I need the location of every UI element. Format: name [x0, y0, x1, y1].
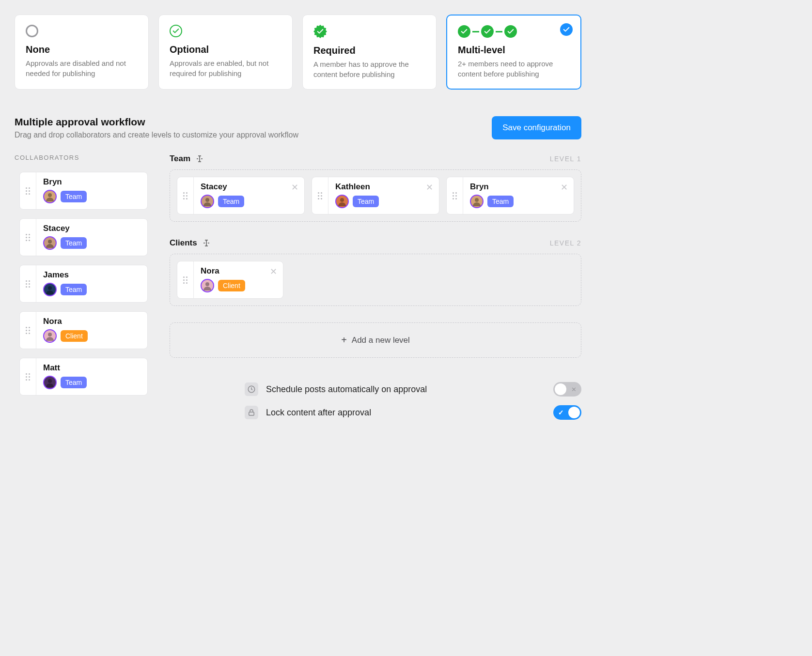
option-none[interactable]: None Approvals are disabled and not need… — [15, 15, 149, 90]
avatar — [201, 195, 214, 208]
remove-icon[interactable]: ✕ — [270, 266, 277, 277]
svg-point-3 — [48, 333, 52, 336]
person-name: James — [43, 270, 141, 280]
plus-icon: + — [341, 335, 347, 346]
drag-handle-icon[interactable] — [20, 219, 36, 256]
level-dropzone[interactable]: Stacey Team ✕ Kathleen Team ✕ — [170, 169, 581, 222]
avatar — [335, 195, 349, 208]
role-tag: Team — [61, 284, 87, 295]
remove-icon[interactable]: ✕ — [291, 182, 298, 193]
role-tag: Team — [61, 377, 87, 388]
rename-icon[interactable] — [195, 154, 204, 163]
avatar — [43, 376, 57, 389]
role-tag: Client — [218, 280, 245, 291]
drag-handle-icon[interactable] — [177, 261, 194, 298]
circle-outline-icon — [26, 25, 38, 37]
check-filled-icon — [458, 25, 470, 38]
toggle-schedule[interactable] — [553, 382, 581, 397]
toggle-lock-row: Lock content after approval — [170, 405, 581, 420]
collaborator-card[interactable]: James Team — [19, 265, 148, 303]
remove-icon[interactable]: ✕ — [426, 182, 433, 193]
role-tag: Team — [61, 191, 87, 202]
role-tag: Client — [61, 330, 88, 342]
drag-handle-icon[interactable] — [312, 177, 328, 214]
person-name: Nora — [43, 317, 141, 326]
workflow-title: Multiple approval workflow — [15, 116, 298, 128]
level-member-card[interactable]: Stacey Team ✕ — [177, 177, 305, 214]
avatar — [43, 283, 57, 296]
rename-icon[interactable] — [202, 239, 211, 247]
drag-handle-icon[interactable] — [20, 172, 36, 209]
level-name: Clients — [170, 238, 197, 248]
collaborator-card[interactable]: Matt Team — [19, 358, 148, 396]
level-header: Team LEVEL 1 — [170, 154, 581, 164]
role-tag: Team — [487, 196, 514, 207]
svg-point-8 — [205, 282, 209, 286]
level-member-card[interactable]: Kathleen Team ✕ — [312, 177, 439, 214]
role-tag: Team — [61, 237, 87, 249]
level-member-card[interactable]: Bryn Team ✕ — [446, 177, 574, 214]
remove-icon[interactable]: ✕ — [561, 182, 568, 193]
level-member-card[interactable]: Nora Client ✕ — [177, 261, 283, 299]
svg-point-1 — [48, 240, 52, 244]
check-filled-icon — [481, 25, 494, 38]
svg-point-4 — [48, 379, 52, 383]
person-name: Nora — [201, 266, 276, 276]
add-level-button[interactable]: + Add a new level — [170, 322, 581, 358]
option-multi-level[interactable]: Multi-level 2+ members need to approve c… — [446, 15, 581, 90]
approval-options: None Approvals are disabled and not need… — [15, 15, 581, 90]
connector-line — [496, 31, 502, 32]
role-tag: Team — [353, 196, 379, 207]
check-burst-icon — [313, 25, 327, 38]
drag-handle-icon[interactable] — [20, 265, 36, 302]
collaborator-card[interactable]: Stacey Team — [19, 218, 148, 256]
person-name: Bryn — [470, 182, 567, 192]
avatar — [43, 190, 57, 203]
person-name: Stacey — [201, 182, 297, 192]
avatar — [470, 195, 484, 208]
option-title: Multi-level — [458, 45, 570, 56]
avatar — [201, 279, 214, 292]
option-optional[interactable]: Optional Approvals are enabled, but not … — [158, 15, 293, 90]
collaborator-card[interactable]: Bryn Team — [19, 172, 148, 210]
check-outline-icon — [170, 25, 182, 37]
collaborators-column: COLLABORATORS Bryn Team Stacey Team — [15, 154, 148, 428]
level-label: LEVEL 1 — [550, 155, 581, 163]
add-level-label: Add a new level — [352, 336, 410, 345]
level-header: Clients LEVEL 2 — [170, 238, 581, 248]
drag-handle-icon[interactable] — [20, 312, 36, 349]
option-desc: A member has to approve the content befo… — [313, 59, 425, 79]
toggle-lock[interactable] — [553, 405, 581, 420]
person-name: Matt — [43, 363, 141, 373]
connector-line — [472, 31, 479, 32]
collaborators-heading: COLLABORATORS — [15, 154, 148, 161]
check-filled-icon — [504, 25, 517, 38]
level-label: LEVEL 2 — [550, 239, 581, 247]
selected-check-icon — [560, 23, 573, 36]
lock-icon — [245, 406, 258, 419]
option-desc: Approvals are disabled and not needed fo… — [26, 58, 138, 78]
drag-handle-icon[interactable] — [447, 177, 463, 214]
option-title: None — [26, 44, 138, 55]
level-name: Team — [170, 154, 190, 164]
toggle-label: Lock content after approval — [266, 408, 546, 418]
option-required[interactable]: Required A member has to approve the con… — [302, 15, 437, 90]
collaborator-card[interactable]: Nora Client — [19, 311, 148, 349]
svg-point-7 — [475, 198, 479, 202]
clock-icon — [245, 382, 258, 396]
avatar — [43, 236, 57, 250]
drag-handle-icon[interactable] — [20, 358, 36, 395]
option-desc: 2+ members need to approve content befor… — [458, 59, 570, 79]
svg-point-6 — [340, 198, 344, 202]
level-dropzone[interactable]: Nora Client ✕ — [170, 254, 581, 306]
drag-handle-icon[interactable] — [177, 177, 194, 214]
workflow-subtitle: Drag and drop collaborators and create l… — [15, 131, 298, 139]
role-tag: Team — [218, 196, 244, 207]
person-name: Stacey — [43, 224, 141, 233]
toggle-label: Schedule posts automatically on approval — [266, 384, 546, 395]
option-desc: Approvals are enabled, but not required … — [170, 58, 281, 78]
svg-rect-10 — [249, 412, 254, 415]
person-name: Kathleen — [335, 182, 432, 192]
levels-column: Team LEVEL 1 Stacey Team ✕ — [170, 154, 581, 428]
save-configuration-button[interactable]: Save configuration — [492, 116, 581, 139]
